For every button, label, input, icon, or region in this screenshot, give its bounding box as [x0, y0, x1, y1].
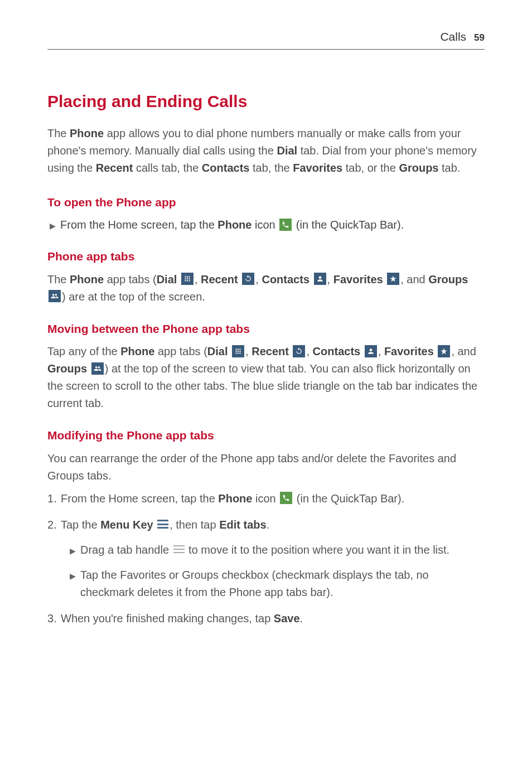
svg-point-11	[239, 348, 240, 350]
bullet-open-phone: ▶ From the Home screen, tap the Phone ic…	[50, 216, 485, 233]
svg-point-8	[188, 280, 190, 282]
contacts-icon	[365, 345, 377, 357]
arrow-icon: ▶	[70, 570, 76, 583]
intro-paragraph: The Phone app allows you to dial phone n…	[47, 125, 485, 177]
page-title: Placing and Ending Calls	[47, 89, 485, 114]
favorites-icon	[387, 273, 399, 285]
sub-bullet-drag: ▶ Drag a tab handle to move it to the po…	[70, 541, 485, 559]
header-page-number: 59	[474, 31, 485, 45]
phone-icon	[279, 219, 292, 231]
arrow-icon: ▶	[70, 545, 76, 558]
header-section: Calls	[440, 28, 466, 46]
menu-key-icon	[157, 520, 168, 529]
phone-tabs-paragraph: The Phone app tabs (Dial , Recent , Cont…	[47, 271, 485, 306]
svg-point-16	[238, 352, 239, 354]
svg-point-14	[239, 351, 240, 352]
recent-icon	[242, 273, 254, 285]
sub-bullet-checkbox: ▶ Tap the Favorites or Groups checkbox (…	[70, 567, 485, 601]
svg-point-5	[188, 278, 190, 279]
svg-point-7	[187, 280, 188, 282]
phone-icon	[280, 492, 292, 504]
tab-handle-icon	[173, 545, 185, 553]
svg-point-15	[235, 352, 236, 354]
subheading-moving-tabs: Moving between the Phone app tabs	[47, 320, 485, 338]
groups-icon	[49, 290, 61, 302]
contacts-icon	[314, 273, 326, 285]
subheading-phone-tabs: Phone app tabs	[47, 248, 485, 265]
step-2: Tap the Menu Key , then tap Edit tabs. ▶…	[47, 516, 485, 601]
dial-icon	[181, 273, 194, 285]
svg-point-12	[235, 351, 236, 352]
step-3: When you're finished making changes, tap…	[47, 610, 485, 627]
modifying-intro: You can rearrange the order of the Phone…	[47, 450, 485, 485]
svg-point-2	[188, 277, 190, 278]
svg-point-17	[239, 352, 240, 354]
subheading-open-phone: To open the Phone app	[47, 193, 485, 211]
steps-list: From the Home screen, tap the Phone icon…	[47, 490, 485, 627]
svg-point-9	[235, 348, 236, 350]
svg-point-4	[187, 278, 188, 279]
favorites-icon	[438, 345, 450, 357]
svg-point-6	[185, 280, 186, 282]
svg-point-13	[238, 351, 239, 352]
step-1: From the Home screen, tap the Phone icon…	[47, 490, 485, 507]
subheading-modifying-tabs: Modifying the Phone app tabs	[47, 427, 485, 444]
groups-icon	[91, 362, 104, 375]
moving-tabs-paragraph: Tap any of the Phone app tabs (Dial , Re…	[47, 343, 485, 412]
recent-icon	[293, 345, 305, 357]
dial-icon	[232, 345, 244, 357]
svg-point-1	[187, 277, 188, 278]
page-header: Calls 59	[47, 28, 485, 50]
svg-point-10	[238, 348, 239, 350]
svg-point-3	[185, 278, 186, 279]
arrow-icon: ▶	[50, 220, 56, 232]
svg-point-0	[185, 277, 186, 278]
